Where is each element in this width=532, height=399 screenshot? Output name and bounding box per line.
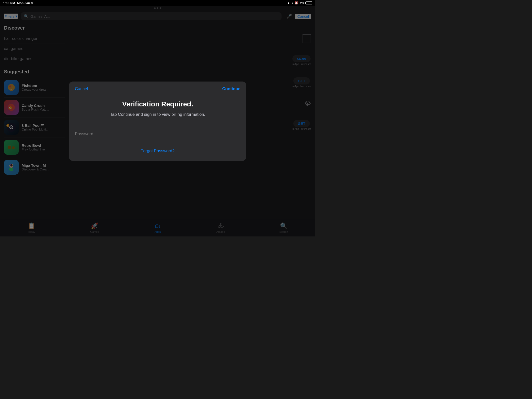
- wifi-icon: ▲: [287, 1, 290, 5]
- status-bar: 1:03 PM Mon Jan 9 ▲ ◂ ⏰ 5%: [0, 0, 315, 6]
- date-display: Mon Jan 9: [17, 1, 33, 5]
- modal-overlay[interactable]: Cancel Continue Verification Required. T…: [0, 6, 315, 236]
- time-display: 1:03 PM: [3, 1, 15, 5]
- password-input[interactable]: [69, 127, 246, 141]
- status-bar-left: 1:03 PM Mon Jan 9: [3, 1, 33, 5]
- modal-title: Verification Required.: [79, 100, 236, 108]
- alarm-icon: ⏰: [295, 1, 298, 5]
- forgot-password-button[interactable]: Forgot Password?: [141, 149, 175, 153]
- modal-continue-button[interactable]: Continue: [222, 86, 240, 91]
- battery-display: 5%: [300, 1, 304, 5]
- modal-body: Verification Required. Tap Continue and …: [69, 95, 246, 127]
- location-icon: ◂: [292, 1, 293, 5]
- status-bar-right: ▲ ◂ ⏰ 5%: [287, 1, 312, 5]
- verification-modal: Cancel Continue Verification Required. T…: [69, 82, 246, 161]
- forgot-password-section: Forgot Password?: [69, 141, 246, 161]
- battery-icon: [305, 1, 312, 4]
- password-section[interactable]: [69, 127, 246, 141]
- modal-header: Cancel Continue: [69, 82, 246, 95]
- modal-subtitle: Tap Continue and sign in to view billing…: [79, 112, 236, 117]
- modal-cancel-button[interactable]: Cancel: [75, 86, 88, 91]
